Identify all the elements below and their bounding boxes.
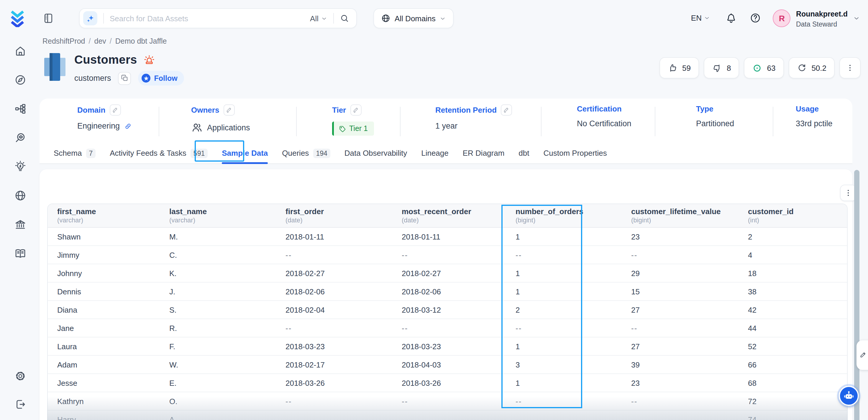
column-header-customer-id[interactable]: customer_id(int) (739, 204, 848, 227)
tab-schema[interactable]: Schema7 (54, 143, 96, 164)
sidebar-item-glossary[interactable] (14, 247, 26, 260)
column-header-first-name[interactable]: first_name(varchar) (48, 204, 160, 227)
compass-icon (14, 74, 26, 86)
column-header-number-of-orders[interactable]: number_of_orders(bigint) (506, 204, 622, 227)
edit-retention-period-button[interactable] (501, 104, 512, 116)
all-domains-button[interactable]: All Domains (373, 8, 454, 28)
chatbot-button[interactable] (839, 386, 859, 406)
meta-value[interactable]: Engineering (77, 121, 120, 130)
table-cell: Harry (48, 415, 160, 420)
table-cell: -- (392, 415, 506, 420)
table-cell: A. (160, 415, 276, 420)
help-icon[interactable] (750, 13, 761, 24)
table-cell: 2018-01-11 (276, 232, 392, 241)
table-cell: -- (392, 250, 506, 259)
edit-owners-button[interactable] (223, 104, 235, 116)
tier-badge[interactable]: Tier 1 (332, 121, 374, 136)
table-cell: 52 (739, 342, 848, 351)
copy-button[interactable] (118, 72, 131, 85)
top-right-cluster: EN R Rounakpreet.d Data Steward (691, 8, 868, 28)
score-button[interactable]: 63 (744, 57, 784, 79)
table-row[interactable]: HarryA.--------74 (48, 411, 847, 420)
table-cell: 2018-01-11 (392, 232, 506, 241)
table-row[interactable]: LauraF.2018-03-232018-03-2312752 (48, 337, 847, 356)
table-row[interactable]: JimmyC.--------4 (48, 246, 847, 264)
asset-header: Customers customers ★ Follow (43, 53, 184, 86)
tab-er-diagram[interactable]: ER Diagram (463, 143, 505, 164)
search-input[interactable]: Search for Data Assets All (79, 8, 357, 28)
table-row[interactable]: JaneR.--------44 (48, 319, 847, 337)
atlan-logo-icon[interactable] (9, 9, 26, 27)
sidebar-item-governance[interactable] (14, 218, 26, 231)
notifications-bell-icon[interactable] (726, 13, 737, 24)
sidebar-item-settings[interactable] (14, 370, 26, 382)
user-menu-chevron-icon[interactable] (853, 15, 860, 22)
tab-data-observability[interactable]: Data Observability (344, 143, 407, 164)
downvote-button[interactable]: 8 (704, 57, 739, 79)
table-row[interactable]: AdamW.2018-02-172018-04-0333966 (48, 356, 847, 374)
breadcrumb-item[interactable]: RedshiftProd (42, 37, 85, 46)
ai-assist-icon[interactable] (83, 11, 97, 25)
meta-label: Retention Period (435, 106, 497, 115)
table-row[interactable]: KathrynO.--------72 (48, 392, 847, 411)
language-dropdown[interactable]: EN (691, 14, 711, 23)
table-cell: -- (622, 250, 739, 259)
breadcrumb-item[interactable]: dev (94, 37, 106, 46)
sidebar-toggle-icon[interactable] (42, 12, 54, 24)
tab-custom-properties[interactable]: Custom Properties (544, 143, 607, 164)
table-row[interactable]: JohnnyK.2018-02-272018-02-2712918 (48, 264, 847, 282)
follow-button[interactable]: ★ Follow (138, 71, 184, 86)
table-cell: R. (160, 324, 276, 332)
table-cell: K. (160, 269, 276, 277)
table-cell: Adam (48, 360, 160, 369)
tab-bar: Schema7Activity Feeds & Tasks591Sample D… (39, 143, 852, 164)
search-scope-dropdown[interactable]: All (310, 14, 328, 23)
column-header-first-order[interactable]: first_order(date) (276, 204, 392, 227)
breadcrumb-item[interactable]: Demo dbt Jaffle (115, 37, 167, 46)
table-cell: J. (160, 287, 276, 296)
tab-count-badge: 194 (313, 148, 330, 158)
divider (773, 107, 773, 136)
column-header-most-recent-order[interactable]: most_recent_order(date) (392, 204, 506, 227)
sidebar-item-home[interactable] (14, 45, 26, 57)
edit-tier-button[interactable] (350, 104, 361, 116)
app-window: Search for Data Assets All All Domains E… (0, 0, 868, 420)
sidebar-item-discover[interactable] (14, 74, 26, 86)
sidebar-item-logout[interactable] (14, 398, 26, 411)
table-row[interactable]: DennisJ.2018-02-062018-02-0611538 (48, 282, 847, 301)
edit-domain-button[interactable] (110, 104, 121, 116)
table-row[interactable]: DianaS.2018-02-042018-03-1222742 (48, 301, 847, 319)
asset-options-button[interactable] (839, 57, 861, 79)
edge-annotation-button[interactable] (857, 340, 868, 370)
freshness-button[interactable]: 50.2 (788, 57, 835, 79)
column-header-last-name[interactable]: last_name(varchar) (160, 204, 276, 227)
column-header-customer-lifetime-value[interactable]: customer_lifetime_value(bigint) (622, 204, 739, 227)
sidebar-item-web[interactable] (14, 189, 26, 202)
tab-lineage[interactable]: Lineage (421, 143, 448, 164)
meta-label: Certification (577, 104, 622, 113)
tab-activity-feeds-tasks[interactable]: Activity Feeds & Tasks591 (110, 143, 208, 164)
user-info[interactable]: Rounakpreet.d Data Steward (796, 8, 848, 28)
table-cell: -- (506, 250, 622, 259)
sidebar-item-lineage[interactable] (14, 102, 26, 115)
chevron-down-icon (440, 15, 446, 22)
table-cell: C. (160, 250, 276, 259)
meta-value: Applications (207, 123, 250, 132)
table-cell: 2018-02-04 (276, 305, 392, 314)
sidebar-item-observe[interactable] (14, 131, 26, 144)
tab-sample-data[interactable]: Sample Data (222, 143, 268, 164)
upvote-button[interactable]: 59 (659, 57, 699, 79)
table-row[interactable]: JesseE.2018-03-262018-03-2612368 (48, 374, 847, 392)
tab-queries[interactable]: Queries194 (282, 143, 330, 164)
table-row[interactable]: ShawnM.2018-01-112018-01-111232 (48, 228, 847, 246)
tab-dbt[interactable]: dbt (519, 143, 529, 164)
vertical-scrollbar[interactable] (854, 170, 860, 420)
table-cell: 23 (622, 232, 739, 241)
search-icon[interactable] (340, 13, 349, 23)
table-cell: 2018-02-27 (392, 269, 506, 277)
table-cell: -- (276, 324, 392, 332)
user-avatar[interactable]: R (773, 9, 791, 27)
sidebar-item-insights[interactable] (14, 160, 26, 173)
alert-siren-icon[interactable] (144, 54, 155, 66)
refresh-icon (797, 63, 807, 73)
